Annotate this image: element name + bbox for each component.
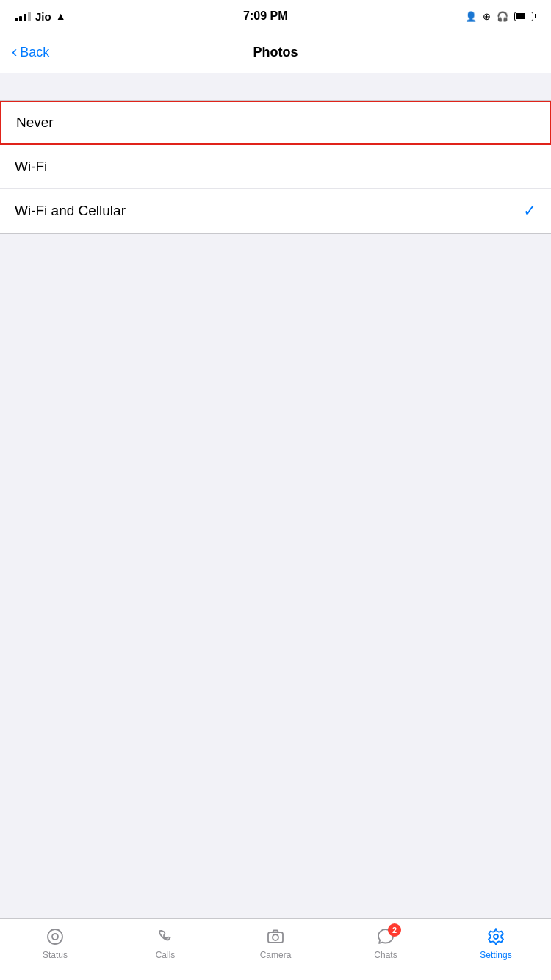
tab-calls-label: Calls xyxy=(156,950,176,960)
status-right: 👤 ⊕ 🎧 xyxy=(465,11,536,22)
option-wifi-cellular-label: Wi-Fi and Cellular xyxy=(15,203,126,219)
back-label: Back xyxy=(20,45,49,60)
camera-icon xyxy=(264,926,287,947)
svg-point-1 xyxy=(52,934,58,940)
tab-status-label: Status xyxy=(43,950,68,960)
tab-bar: Status Calls Camera 2 Chats xyxy=(0,918,551,980)
settings-icon xyxy=(485,926,507,947)
option-wifi[interactable]: Wi-Fi xyxy=(0,145,551,189)
person-icon: 👤 xyxy=(465,11,477,22)
nav-bar: ‹ Back Photos xyxy=(0,32,551,73)
status-left: Jio ▲ xyxy=(15,10,66,23)
option-wifi-label: Wi-Fi xyxy=(15,159,47,175)
option-never[interactable]: Never xyxy=(0,101,551,145)
svg-point-0 xyxy=(48,929,62,944)
calls-icon xyxy=(154,926,176,947)
tab-settings[interactable]: Settings xyxy=(441,926,551,960)
checkmark-icon: ✓ xyxy=(523,201,536,220)
gray-background xyxy=(0,234,551,918)
tab-settings-label: Settings xyxy=(480,950,511,960)
tab-status[interactable]: Status xyxy=(0,926,110,960)
option-wifi-cellular[interactable]: Wi-Fi and Cellular ✓ xyxy=(0,189,551,233)
options-list: Never Wi-Fi Wi-Fi and Cellular ✓ xyxy=(0,100,551,234)
tab-chats-label: Chats xyxy=(374,950,397,960)
option-never-label: Never xyxy=(16,115,54,131)
svg-point-3 xyxy=(273,934,278,940)
tab-chats[interactable]: 2 Chats xyxy=(331,926,441,960)
status-icon xyxy=(44,926,66,947)
svg-rect-2 xyxy=(268,932,283,943)
content-area: Never Wi-Fi Wi-Fi and Cellular ✓ xyxy=(0,73,551,918)
tab-camera[interactable]: Camera xyxy=(220,926,331,960)
svg-point-4 xyxy=(494,934,498,939)
page-title: Photos xyxy=(253,45,298,60)
chats-icon: 2 xyxy=(375,926,397,947)
back-chevron-icon: ‹ xyxy=(12,44,17,60)
battery-indicator xyxy=(514,12,536,21)
status-bar: Jio ▲ 7:09 PM 👤 ⊕ 🎧 xyxy=(0,0,551,32)
back-button[interactable]: ‹ Back xyxy=(12,45,49,60)
wifi-icon: ▲ xyxy=(56,10,66,22)
signal-bars-icon xyxy=(15,11,31,21)
carrier-label: Jio xyxy=(35,10,51,23)
status-time: 7:09 PM xyxy=(243,10,287,23)
section-gap-top xyxy=(0,73,551,100)
chats-badge: 2 xyxy=(388,923,401,937)
lock-icon: ⊕ xyxy=(483,11,491,22)
tab-camera-label: Camera xyxy=(260,950,292,960)
headphone-icon: 🎧 xyxy=(497,11,508,22)
tab-calls[interactable]: Calls xyxy=(110,926,220,960)
